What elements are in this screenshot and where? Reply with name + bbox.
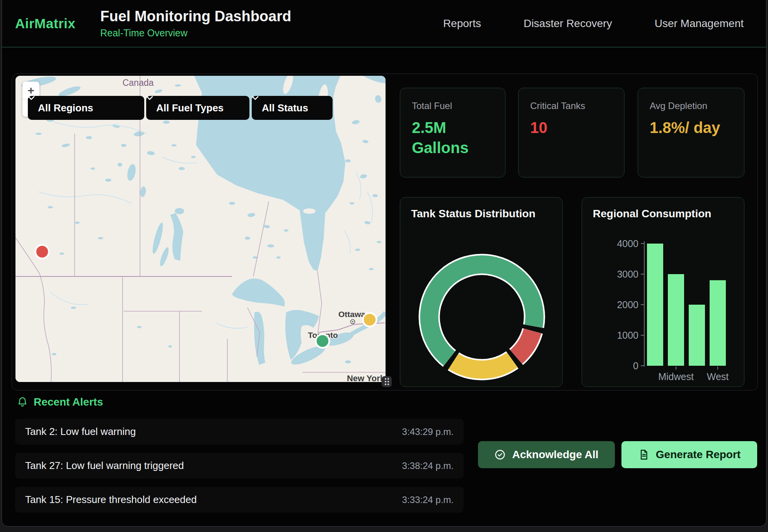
nav-disaster-recovery[interactable]: Disaster Recovery bbox=[524, 17, 612, 30]
alert-text: Tank 15: Pressure threshold exceeded bbox=[25, 494, 197, 506]
page-subtitle: Real-Time Overview bbox=[100, 27, 291, 39]
alert-text: Tank 2: Low fuel warning bbox=[25, 426, 136, 438]
alert-row[interactable]: Tank 15: Pressure threshold exceeded 3:3… bbox=[15, 487, 464, 513]
filter-regions-select[interactable]: All Regions bbox=[28, 96, 144, 120]
app-window: AirMatrix Fuel Monitoring Dashboard Real… bbox=[2, 0, 766, 527]
map-graphic: Canada Ottawa Toronto New York bbox=[15, 76, 386, 382]
svg-text:2000: 2000 bbox=[617, 299, 638, 310]
alert-time: 3:33:24 p.m. bbox=[402, 494, 454, 505]
regional-consumption-bars: 01000200030004000MidwestWest bbox=[582, 198, 745, 387]
svg-text:4000: 4000 bbox=[617, 238, 638, 249]
recent-alerts-header: Recent Alerts bbox=[17, 396, 103, 408]
bell-icon bbox=[17, 396, 28, 408]
map-resize-handle[interactable] bbox=[382, 376, 392, 387]
generate-report-label: Generate Report bbox=[656, 448, 741, 461]
panel-tank-status: Tank Status Distribution bbox=[400, 197, 563, 387]
svg-text:3000: 3000 bbox=[617, 269, 638, 280]
svg-text:0: 0 bbox=[633, 360, 638, 371]
alert-row[interactable]: Tank 27: Low fuel warning triggered 3:38… bbox=[15, 453, 464, 479]
title-block: Fuel Monitoring Dashboard Real-Time Over… bbox=[100, 8, 291, 39]
stat-label: Critical Tanks bbox=[530, 101, 613, 111]
check-circle-icon bbox=[494, 449, 506, 460]
alert-time: 3:38:24 p.m. bbox=[402, 460, 454, 471]
map-canvas[interactable]: Canada Ottawa Toronto New York + − bbox=[15, 76, 386, 382]
alert-row[interactable]: Tank 2: Low fuel warning 3:43:29 p.m. bbox=[15, 419, 464, 445]
dashboard-section: Canada Ottawa Toronto New York + − bbox=[12, 73, 758, 390]
stat-card-total-fuel: Total Fuel 2.5M Gallons bbox=[400, 88, 505, 177]
svg-text:West: West bbox=[707, 371, 729, 382]
panel-title: Regional Consumption bbox=[593, 208, 711, 220]
main-nav: Reports Disaster Recovery User Managemen… bbox=[443, 17, 766, 30]
stat-card-critical-tanks: Critical Tanks 10 bbox=[518, 88, 625, 177]
nav-reports[interactable]: Reports bbox=[443, 17, 481, 30]
alert-text: Tank 27: Low fuel warning triggered bbox=[25, 460, 184, 472]
map-label-country: Canada bbox=[123, 78, 154, 88]
stat-value: 1.8%/ day bbox=[650, 118, 732, 138]
nav-user-management[interactable]: User Management bbox=[655, 17, 744, 30]
header: AirMatrix Fuel Monitoring Dashboard Real… bbox=[2, 0, 766, 48]
stat-card-avg-depletion: Avg Depletion 1.8%/ day bbox=[638, 88, 744, 177]
recent-alerts-title: Recent Alerts bbox=[34, 396, 103, 408]
tank-marker-warning[interactable] bbox=[363, 313, 377, 327]
acknowledge-all-label: Acknowledge All bbox=[512, 448, 598, 461]
tank-status-donut bbox=[400, 198, 563, 387]
filter-fuel-types-select[interactable]: All Fuel Types bbox=[146, 96, 249, 120]
stat-value: 10 bbox=[530, 118, 613, 138]
generate-report-button[interactable]: Generate Report bbox=[621, 441, 757, 468]
map-label-ottawa: Ottawa bbox=[338, 310, 365, 319]
tank-marker-critical[interactable] bbox=[36, 245, 49, 259]
stat-label: Total Fuel bbox=[412, 101, 493, 111]
panel-title: Tank Status Distribution bbox=[411, 208, 536, 220]
page-title: Fuel Monitoring Dashboard bbox=[100, 8, 291, 25]
report-file-icon bbox=[638, 449, 650, 460]
brand-logo[interactable]: AirMatrix bbox=[15, 16, 75, 31]
svg-text:1000: 1000 bbox=[617, 330, 638, 341]
svg-text:Midwest: Midwest bbox=[658, 371, 694, 382]
filter-status-value: All Status bbox=[262, 102, 308, 114]
filter-fuel-types-value: All Fuel Types bbox=[156, 102, 224, 114]
alert-time: 3:43:29 p.m. bbox=[402, 426, 454, 437]
tank-marker-normal[interactable] bbox=[316, 334, 329, 348]
stat-label: Avg Depletion bbox=[650, 101, 732, 111]
stat-value: 2.5M Gallons bbox=[412, 118, 493, 158]
map-label-new-york: New York bbox=[347, 373, 385, 382]
filter-regions-value: All Regions bbox=[38, 102, 93, 114]
filter-status-select[interactable]: All Status bbox=[252, 96, 333, 120]
acknowledge-all-button[interactable]: Acknowledge All bbox=[478, 441, 615, 468]
panel-regional-consumption: 01000200030004000MidwestWest Regional Co… bbox=[582, 197, 744, 387]
